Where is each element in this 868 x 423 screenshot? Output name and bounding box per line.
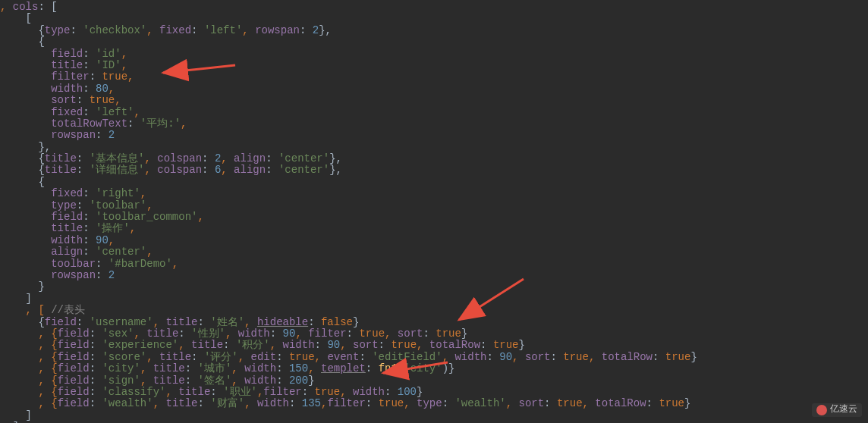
code-line: {: [0, 176, 45, 188]
code-line: , {field: 'city', title: '城市', width: 15…: [0, 362, 454, 374]
code-line: rowspan: 2: [0, 269, 115, 281]
code-line: , {field: 'score', title: '评分', edit: tr…: [0, 351, 697, 363]
watermark-logo-icon: [816, 405, 827, 415]
code-line: {title: '基本信息', colspan: 2, align: 'cent…: [0, 152, 342, 164]
code-line: ]: [0, 293, 32, 305]
code-line: {field: 'username', title: '姓名', hideabl…: [0, 316, 359, 328]
watermark-text: 亿速云: [830, 405, 857, 415]
code-line: }: [0, 280, 45, 293]
code-line: {title: '详细信息', colspan: 6, align: 'cent…: [0, 164, 342, 176]
code-line: rowspan: 2: [0, 129, 115, 141]
code-line: width: 80,: [0, 83, 115, 95]
code-line: , {field: 'experience', title: '积分', wid…: [0, 339, 525, 351]
code-line: title: '操作',: [0, 222, 136, 234]
code-line: totalRowText: '平均:',: [0, 118, 187, 130]
code-line: , {field: 'sign', title: '签名', width: 20…: [0, 374, 315, 387]
code-line: toolbar: '#barDemo',: [0, 258, 178, 270]
code-line: , {field: 'sex', title: '性别', width: 90,…: [0, 327, 467, 340]
code-line: title: 'ID',: [0, 59, 127, 71]
code-line: , [ //表头: [0, 304, 85, 316]
code-line: filter: true,: [0, 70, 134, 83]
code-line: sort: true,: [0, 94, 121, 106]
code-line: type: 'toolbar',: [0, 199, 153, 212]
code-line: width: 90,: [0, 234, 115, 246]
watermark: 亿速云: [812, 403, 862, 417]
code-line: ]: [0, 409, 32, 421]
code-block: , cols: [ [ {type: 'checkbox', fixed: 'l…: [0, 0, 868, 423]
code-line: align: 'center',: [0, 246, 153, 258]
code-line: field: 'id',: [0, 48, 127, 60]
code-line: field: 'toolbar_common',: [0, 211, 204, 223]
code-line: {: [0, 36, 45, 48]
code-line: fixed: 'right',: [0, 187, 146, 199]
code-line: , {field: 'wealth', title: '财富', width: …: [0, 397, 690, 409]
code-line: },: [0, 141, 51, 153]
code-line: [: [0, 12, 32, 24]
code-line: {type: 'checkbox', fixed: 'left', rowspa…: [0, 24, 332, 36]
code-line: fixed: 'left',: [0, 106, 140, 118]
code-line: , {field: 'classify', title: '职业',filter…: [0, 386, 423, 398]
code-line: , cols: [: [0, 1, 58, 13]
